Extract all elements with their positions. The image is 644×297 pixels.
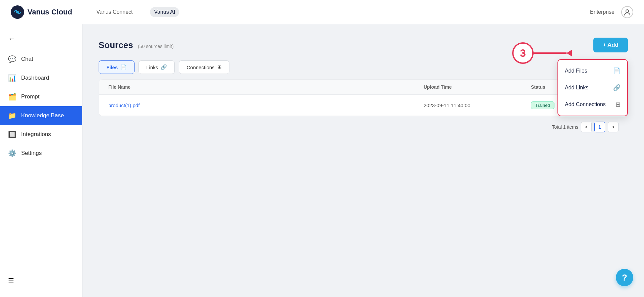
chat-icon: 💬 <box>8 55 16 63</box>
files-table: File Name Upload Time Status product(1).… <box>99 79 628 116</box>
nav-right: Enterprise <box>590 6 633 18</box>
table-row: product(1).pdf 2023-09-11 11:40:00 Train… <box>99 95 628 116</box>
sidebar-item-settings[interactable]: ⚙️ Settings <box>0 144 82 163</box>
add-dropdown-menu: Add Files 📄 Add Links 🔗 Add Connections … <box>557 59 628 116</box>
step-3-circle: 3 <box>512 42 534 64</box>
add-files-item[interactable]: Add Files 📄 <box>558 62 627 79</box>
link-tab-icon: 🔗 <box>161 64 167 70</box>
user-icon[interactable] <box>621 6 633 18</box>
sidebar-dashboard-label: Dashboard <box>21 75 49 81</box>
add-connections-icon: ⊞ <box>615 101 621 108</box>
sources-title: Sources <box>99 40 133 50</box>
col-file-name: File Name <box>108 84 424 90</box>
annotation-arrow-head <box>567 50 572 56</box>
nav-vanus-ai[interactable]: Vanus AI <box>150 7 179 17</box>
add-files-label: Add Files <box>565 68 587 74</box>
page-1-button[interactable]: 1 <box>594 122 605 132</box>
logo[interactable]: Vanus Cloud <box>11 5 72 19</box>
sidebar: ← 💬 Chat 📊 Dashboard 🗂️ Prompt 📁 Knowled… <box>0 24 83 297</box>
add-button-wrap: + Add Add Files 📄 Add Links 🔗 Add Connec… <box>593 38 628 52</box>
sidebar-knowledge-base-label: Knowledge Base <box>21 112 64 119</box>
file-tab-icon: 📄 <box>120 64 127 70</box>
sidebar-item-prompt[interactable]: 🗂️ Prompt <box>0 87 82 106</box>
sidebar-bottom: ☰ <box>0 271 82 290</box>
sidebar-integrations-label: Integrations <box>21 131 51 138</box>
add-connections-label: Add Connections <box>565 101 606 108</box>
next-page-button[interactable]: > <box>608 122 619 132</box>
topnav: Vanus Cloud Vanus Connect Vanus AI Enter… <box>0 0 644 24</box>
tab-files[interactable]: Files 📄 <box>99 60 135 74</box>
help-button[interactable]: ? <box>616 269 633 286</box>
add-connections-item[interactable]: Add Connections ⊞ <box>558 96 627 113</box>
nav-vanus-connect[interactable]: Vanus Connect <box>92 7 137 17</box>
prompt-icon: 🗂️ <box>8 93 16 101</box>
tab-files-label: Files <box>106 65 118 70</box>
tab-links[interactable]: Links 🔗 <box>139 60 175 74</box>
integrations-icon: 🔲 <box>8 130 16 138</box>
logo-text: Vanus Cloud <box>28 8 72 16</box>
svg-point-1 <box>16 11 19 13</box>
hamburger-icon[interactable]: ☰ <box>8 277 14 285</box>
trained-badge: Trained <box>531 101 554 109</box>
add-links-icon: 🔗 <box>613 84 621 91</box>
add-links-label: Add Links <box>565 85 588 91</box>
annotation-3: 3 <box>512 42 572 64</box>
add-button[interactable]: + Add <box>593 38 628 52</box>
col-upload-time: Upload Time <box>424 84 531 90</box>
upload-time: 2023-09-11 11:40:00 <box>424 102 531 108</box>
sidebar-chat-label: Chat <box>21 56 33 62</box>
back-button[interactable]: ← <box>0 31 82 46</box>
sidebar-item-integrations[interactable]: 🔲 Integrations <box>0 125 82 144</box>
sidebar-item-dashboard[interactable]: 📊 Dashboard <box>0 69 82 87</box>
table-header: File Name Upload Time Status <box>99 80 628 95</box>
knowledge-base-icon: 📁 <box>8 112 16 120</box>
main-content: Sources (50 sources limit) + Add Add Fil… <box>83 24 644 297</box>
dashboard-icon: 📊 <box>8 74 16 82</box>
nav-links: Vanus Connect Vanus AI <box>92 7 590 17</box>
add-files-icon: 📄 <box>613 67 621 75</box>
settings-icon: ⚙️ <box>8 149 16 157</box>
sidebar-settings-label: Settings <box>21 150 42 157</box>
back-arrow-icon: ← <box>8 34 15 43</box>
total-items-label: Total 1 items <box>552 124 578 130</box>
annotation-arrow-line <box>533 52 567 54</box>
sidebar-item-knowledge-base[interactable]: 📁 Knowledge Base <box>0 106 82 125</box>
sources-title-wrap: Sources (50 sources limit) <box>99 40 174 50</box>
add-links-item[interactable]: Add Links 🔗 <box>558 79 627 96</box>
pagination: Total 1 items < 1 > <box>99 116 628 138</box>
tab-connections-label: Connections <box>186 65 214 70</box>
tab-links-label: Links <box>146 65 158 70</box>
connections-tab-icon: ⊞ <box>217 64 222 70</box>
sources-limit: (50 sources limit) <box>138 44 174 49</box>
svg-point-2 <box>626 10 629 12</box>
sidebar-item-chat[interactable]: 💬 Chat <box>0 50 82 69</box>
sidebar-prompt-label: Prompt <box>21 93 40 100</box>
tab-connections[interactable]: Connections ⊞ <box>179 60 229 74</box>
file-link[interactable]: product(1).pdf <box>108 102 424 108</box>
enterprise-label: Enterprise <box>590 9 614 15</box>
prev-page-button[interactable]: < <box>581 122 592 132</box>
